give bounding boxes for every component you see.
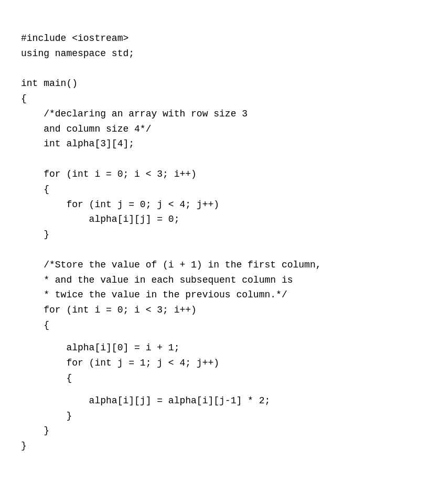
code-line: alpha[i][0] = i + 1; [21, 340, 419, 356]
code-line: for (int j = 1; j < 4; j++) [21, 356, 419, 371]
code-line: } [21, 438, 419, 454]
code-line: using namespace std; [21, 46, 419, 61]
code-line: } [21, 227, 419, 242]
code-display: #include <iostream>using namespace std; … [21, 16, 419, 454]
code-line: int main() [21, 76, 419, 91]
code-line: alpha[i][j] = alpha[i][j-1] * 2; [21, 393, 419, 409]
code-line: } [21, 423, 419, 438]
code-line: for (int j = 0; j < 4; j++) [21, 197, 419, 212]
code-line: { [21, 91, 419, 106]
code-line: /*Store the value of (i + 1) in the firs… [21, 258, 419, 273]
code-line [21, 333, 419, 340]
code-line: { [21, 182, 419, 197]
code-line: { [21, 318, 419, 333]
code-line: * twice the value in the previous column… [21, 287, 419, 303]
code-line: for (int i = 0; i < 3; i++) [21, 303, 419, 318]
code-line [21, 69, 419, 76]
code-line: alpha[i][j] = 0; [21, 212, 419, 227]
code-line: } [21, 409, 419, 424]
code-line: and column size 4*/ [21, 122, 419, 137]
code-line: for (int i = 0; i < 3; i++) [21, 167, 419, 182]
code-line: int alpha[3][4]; [21, 136, 419, 152]
code-line [21, 250, 419, 257]
code-line [21, 159, 419, 167]
code-line [21, 61, 419, 68]
code-line [21, 242, 419, 250]
code-line: /*declaring an array with row size 3 [21, 106, 419, 122]
code-line [21, 152, 419, 159]
code-line: * and the value in each subsequent colum… [21, 273, 419, 288]
code-line: #include <iostream> [21, 31, 419, 46]
code-line [21, 385, 419, 393]
code-line: { [21, 371, 419, 386]
